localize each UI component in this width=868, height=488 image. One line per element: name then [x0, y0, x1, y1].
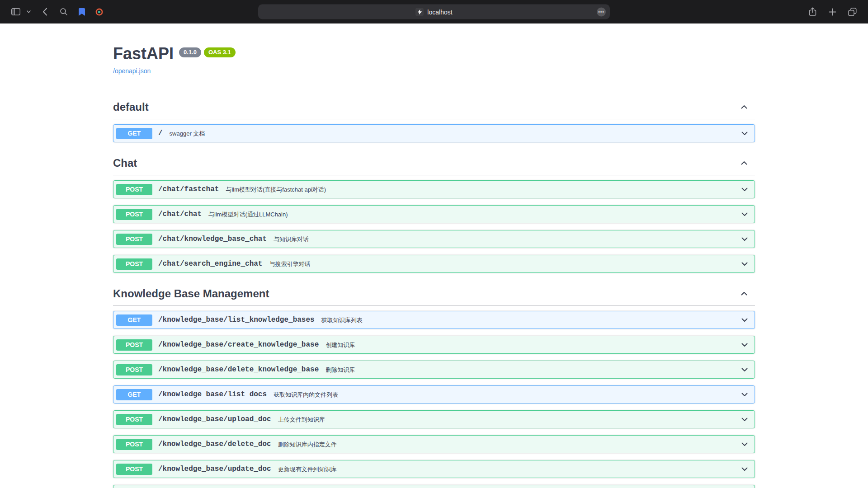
chevron-down-icon	[740, 129, 749, 138]
operation-summary: 与llm模型对话(通过LLMChain)	[208, 211, 288, 219]
collapse-section-button[interactable]	[740, 103, 749, 112]
expand-operation-button[interactable]	[740, 235, 749, 244]
operation-row[interactable]: POST /chat/chat 与llm模型对话(通过LLMChain)	[113, 205, 755, 223]
back-button[interactable]	[38, 5, 52, 19]
section-header[interactable]: Knowledge Base Management	[113, 282, 755, 306]
operation-summary: 创建知识库	[326, 341, 355, 349]
chevron-down-icon	[740, 259, 749, 268]
chevron-up-icon	[740, 103, 749, 112]
expand-operation-button[interactable]	[740, 259, 749, 268]
operation-row[interactable]: POST /chat/fastchat 与llm模型对话(直接与fastchat…	[113, 180, 755, 198]
operation-summary: 删除知识库内指定文件	[278, 441, 337, 449]
api-section: Knowledge Base Management GET /knowledge…	[113, 282, 755, 488]
operation-row[interactable]: POST /chat/search_engine_chat 与搜索引擎对话	[113, 255, 755, 273]
chevron-down-icon	[740, 340, 749, 349]
operation-row[interactable]: POST /knowledge_base/update_doc 更新现有文件到知…	[113, 460, 755, 478]
operation-row[interactable]: GET /knowledge_base/list_docs 获取知识库内的文件列…	[113, 385, 755, 404]
operation-row[interactable]: POST /knowledge_base/create_knowledge_ba…	[113, 336, 755, 354]
extension-orange-button[interactable]	[92, 5, 106, 19]
tab-overview-button[interactable]	[845, 5, 859, 19]
expand-operation-button[interactable]	[740, 185, 749, 194]
section-title: Chat	[113, 156, 137, 169]
method-badge: POST	[116, 339, 152, 351]
extension-blue-button[interactable]	[75, 5, 89, 19]
expand-operation-button[interactable]	[740, 340, 749, 349]
method-badge: POST	[116, 364, 152, 375]
expand-operation-button[interactable]	[740, 390, 749, 399]
title-badges: 0.1.0 OAS 3.1	[179, 47, 236, 57]
operation-row[interactable]: POST /knowledge_base/delete_doc 删除知识库内指定…	[113, 435, 755, 453]
operation-row[interactable]: GET / swagger 文档	[113, 124, 755, 142]
collapse-section-button[interactable]	[740, 159, 749, 168]
operation-path: /knowledge_base/delete_knowledge_base	[158, 366, 319, 374]
browser-toolbar: localhost •••	[0, 0, 868, 23]
chevron-down-icon	[27, 10, 31, 13]
openapi-spec-link[interactable]: /openapi.json	[113, 67, 151, 75]
chevron-down-icon	[740, 465, 749, 474]
chevron-down-icon	[740, 390, 749, 399]
method-badge: POST	[116, 414, 152, 425]
chevron-up-icon	[740, 159, 749, 168]
section-header[interactable]: default	[113, 95, 755, 119]
expand-operation-button[interactable]	[740, 129, 749, 138]
search-button[interactable]	[57, 5, 71, 19]
version-badge: 0.1.0	[179, 47, 201, 57]
expand-operation-button[interactable]	[740, 210, 749, 219]
section-header[interactable]: Chat	[113, 151, 755, 175]
operation-summary: 更新现有文件到知识库	[278, 465, 337, 474]
section-title: Knowledge Base Management	[113, 287, 269, 300]
operation-summary: 删除知识库	[326, 366, 355, 374]
lightning-favicon-icon	[417, 9, 422, 14]
toolbar-right-group	[806, 5, 859, 19]
operation-path: /knowledge_base/update_doc	[158, 465, 271, 473]
operation-row[interactable]: GET /knowledge_base/list_knowledge_bases…	[113, 311, 755, 329]
method-badge: POST	[116, 464, 152, 475]
page-title: FastAPI	[113, 44, 174, 63]
new-tab-button[interactable]	[826, 5, 839, 19]
sidebar-toggle-button[interactable]	[9, 5, 23, 19]
page-menu-button[interactable]: •••	[597, 7, 606, 16]
bookmark-extension-icon	[79, 8, 85, 16]
expand-operation-button[interactable]	[740, 465, 749, 474]
sidebar-toggle-icon	[11, 8, 20, 15]
api-info: FastAPI 0.1.0 OAS 3.1 /openapi.json	[113, 44, 755, 75]
expand-operation-button[interactable]	[740, 415, 749, 424]
operation-path: /knowledge_base/upload_doc	[158, 415, 271, 423]
method-badge: GET	[116, 314, 152, 326]
operation-path: /knowledge_base/list_docs	[158, 390, 267, 399]
share-icon	[809, 7, 816, 16]
operation-row[interactable]: POST /chat/knowledge_base_chat 与知识库对话	[113, 230, 755, 248]
api-sections: default GET / swagger 文档 Chat	[113, 95, 755, 488]
site-favicon	[415, 8, 424, 16]
operation-row[interactable]: POST /knowledge_base/delete_knowledge_ba…	[113, 361, 755, 379]
chevron-down-icon	[740, 365, 749, 374]
toolbar-left-group	[9, 5, 106, 19]
method-badge: POST	[116, 209, 152, 220]
swagger-ui: FastAPI 0.1.0 OAS 3.1 /openapi.json defa…	[113, 23, 755, 488]
ring-extension-icon	[95, 8, 103, 16]
expand-operation-button[interactable]	[740, 365, 749, 374]
operation-path: /	[158, 129, 163, 137]
operations-list: GET /knowledge_base/list_knowledge_bases…	[113, 311, 755, 488]
url-text: localhost	[427, 8, 452, 15]
sidebar-chevron-button[interactable]	[25, 5, 32, 19]
share-button[interactable]	[806, 5, 819, 19]
chevron-down-icon	[740, 315, 749, 324]
operation-path: /chat/search_engine_chat	[158, 260, 262, 268]
search-icon	[60, 8, 68, 16]
operation-row[interactable]: POST /knowledge_base/upload_doc 上传文件到知识库	[113, 410, 755, 428]
operations-list: GET / swagger 文档	[113, 124, 755, 151]
operation-row[interactable]: POST /knowledge_base/recreate_vector_sto…	[113, 485, 755, 488]
expand-operation-button[interactable]	[740, 440, 749, 449]
expand-operation-button[interactable]	[740, 315, 749, 324]
method-badge: GET	[116, 128, 152, 139]
chevron-down-icon	[740, 210, 749, 219]
api-title-row: FastAPI 0.1.0 OAS 3.1	[113, 44, 755, 63]
address-bar[interactable]: localhost •••	[258, 5, 610, 19]
collapse-section-button[interactable]	[740, 289, 749, 298]
method-badge: POST	[116, 234, 152, 245]
operation-path: /knowledge_base/list_knowledge_bases	[158, 316, 315, 324]
plus-icon	[829, 8, 836, 16]
chevron-down-icon	[740, 415, 749, 424]
oas-badge: OAS 3.1	[204, 47, 236, 57]
